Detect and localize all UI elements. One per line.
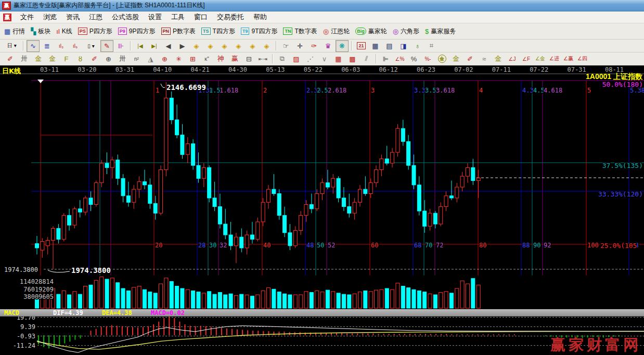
info-panel-icon[interactable]: ≣ <box>41 40 54 52</box>
grid-crosshair-icon[interactable]: ⊞ <box>186 53 199 65</box>
ying-square-icon[interactable]: 赢 <box>228 53 241 65</box>
f-square-icon[interactable]: F <box>60 53 73 65</box>
bars-9-icon[interactable]: ıl₉ <box>69 40 82 52</box>
zoom-out-icon[interactable]: ◈ <box>260 40 273 52</box>
ying-angle-icon[interactable]: ∠赢 <box>562 53 575 65</box>
network-icon[interactable]: ♁ <box>411 40 424 52</box>
jin-angle-icon[interactable]: ∠进 <box>548 53 561 65</box>
kline-button[interactable]: ılK线 <box>56 27 72 36</box>
curve-zoom-icon[interactable]: ∿ <box>27 40 40 52</box>
grid-density-2-icon[interactable]: 卅 <box>116 53 129 65</box>
volume-bar-down <box>288 295 292 308</box>
crosshair-tool-icon[interactable]: ✛ <box>293 40 306 52</box>
measure-table-icon[interactable]: ⊫ <box>379 53 392 65</box>
grid-density-icon[interactable]: 卅 <box>18 53 31 65</box>
first-page-icon[interactable]: |◀ <box>134 40 147 52</box>
shift-grid-icon[interactable]: ▩ <box>346 53 359 65</box>
parallel-lines-icon[interactable]: ⫽ <box>360 53 373 65</box>
menu-item-交易委托[interactable]: 交易委托 <box>212 11 249 23</box>
crown-tool-icon[interactable]: ♛ <box>321 40 334 52</box>
narrow-x-icon[interactable]: ◈ <box>232 40 245 52</box>
percent-zone-icon[interactable]: ∠% <box>393 53 406 65</box>
quotes-button[interactable]: ▦行情 <box>4 27 25 36</box>
menu-item-设置[interactable]: 设置 <box>144 11 166 23</box>
next-bar-icon[interactable]: ▶ <box>176 40 189 52</box>
width-measure-icon[interactable]: ⇤⇥ <box>256 53 269 65</box>
p-square-button[interactable]: PSP四方形 <box>78 27 112 36</box>
percent-icon[interactable]: % <box>407 53 420 65</box>
menu-item-江恩[interactable]: 江恩 <box>84 11 107 23</box>
title-bar[interactable]: 赢 赢家江恩专业版[赢家内部服务平台] - [上证指数 SH1A0001-111… <box>0 0 644 11</box>
volume-bar-up <box>84 286 87 308</box>
calendar-icon[interactable]: 21 <box>355 40 368 52</box>
wave-band-icon[interactable]: ≈ <box>478 53 491 65</box>
price-distribution-icon[interactable]: ⊪ <box>114 40 127 52</box>
t-number-button[interactable]: TNT数字表 <box>283 27 317 36</box>
n-squared-icon[interactable]: n² <box>130 53 143 65</box>
menu-item-窗口[interactable]: 窗口 <box>189 11 212 23</box>
workstation-icon[interactable]: ⌗ <box>425 40 438 52</box>
menu-item-文件[interactable]: 文件 <box>16 11 38 23</box>
pin-tool-icon[interactable]: ✑ <box>307 40 320 52</box>
hatch-region-icon[interactable]: ▨ <box>290 53 303 65</box>
widen-x-icon[interactable]: ◈ <box>218 40 231 52</box>
menu-item-资讯[interactable]: 资讯 <box>61 11 84 23</box>
number-grid-icon[interactable]: ⊟ <box>242 53 255 65</box>
box-region-icon[interactable]: ⧉ <box>276 53 289 65</box>
sectors-button[interactable]: ▚板块 <box>31 27 50 36</box>
menu-item-公式选股[interactable]: 公式选股 <box>107 11 144 23</box>
calculator-icon[interactable]: ▦ <box>369 40 382 52</box>
expand-x-icon[interactable]: ◈ <box>204 40 217 52</box>
gold-circle-icon[interactable]: 金 <box>435 53 448 65</box>
t-square-button[interactable]: TST四方形 <box>201 27 235 36</box>
single-candle-dropdown[interactable]: ▯ ▾ <box>83 40 99 52</box>
winner-service-button[interactable]: $赢家服务 <box>425 27 456 36</box>
brain-tool-icon[interactable]: ❋ <box>336 40 349 52</box>
circle-crosshair-icon[interactable]: ⊕ <box>158 53 171 65</box>
pen-angle-icon[interactable]: ✐ <box>88 53 101 65</box>
percent-line-icon[interactable]: %- <box>421 53 434 65</box>
angle-tool-icon[interactable]: ◮ <box>144 53 157 65</box>
hexagon-button[interactable]: ◎六角形 <box>393 27 419 36</box>
menu-item-帮助[interactable]: 帮助 <box>249 11 272 23</box>
brush-tool-icon[interactable]: ✐ <box>463 53 476 65</box>
gold-grid-2-icon[interactable]: 金 <box>46 53 59 65</box>
9t-square-button[interactable]: T99T四方形 <box>241 27 278 36</box>
9p-square-button-label: 9P四方形 <box>129 27 156 36</box>
fan-lines-icon[interactable]: ⋰ <box>304 53 317 65</box>
chart-area[interactable]: 03-1103-2003-3104-1004-2104-3005-1305-22… <box>0 65 644 355</box>
notepad-icon[interactable]: ▤ <box>383 40 396 52</box>
period-day-dropdown[interactable]: 日 ▾ <box>4 40 20 52</box>
f-angle-icon[interactable]: ∠F <box>520 53 533 65</box>
save-icon[interactable]: ◨ <box>397 40 410 52</box>
shen-square-icon[interactable]: 神 <box>214 53 227 65</box>
bars-3-icon[interactable]: ıl₃ <box>55 40 68 52</box>
gold-angle-icon[interactable]: ∠金 <box>534 53 547 65</box>
k-notation-icon[interactable]: ĸ″ <box>200 53 213 65</box>
hand-tool-icon[interactable]: ☞ <box>279 40 292 52</box>
zoom-in-icon[interactable]: ◈ <box>246 40 259 52</box>
shrink-x-icon[interactable]: ◈ <box>190 40 203 52</box>
grid-box-icon[interactable]: ▦ <box>332 53 345 65</box>
gann-wheel-button[interactable]: ◎江恩轮 <box>323 27 350 36</box>
v-lines-icon[interactable]: ∨ <box>318 53 331 65</box>
p-number-button[interactable]: PNP数字表 <box>161 27 196 36</box>
menu-item-工具[interactable]: 工具 <box>166 11 189 23</box>
pen-tool-icon[interactable]: ✐ <box>4 53 17 65</box>
sketch-icon[interactable]: ✎ <box>100 40 113 52</box>
si-angle-icon[interactable]: ∠四 <box>576 53 589 65</box>
star-wheel-icon[interactable]: ✳ <box>172 53 185 65</box>
gold-grid-1-icon[interactable]: 金 <box>32 53 45 65</box>
9p-square-button[interactable]: P99P四方形 <box>118 27 156 36</box>
winner-wheel-button[interactable]: Big赢家轮 <box>355 27 387 36</box>
gold-line-icon[interactable]: 金 <box>449 53 462 65</box>
j-angle-icon[interactable]: ∠J <box>506 53 519 65</box>
gold-channel-icon[interactable]: 金 <box>492 53 505 65</box>
spiral-tool-icon[interactable]: ȣ <box>74 53 87 65</box>
gann-wheel-icon: ◎ <box>323 28 329 35</box>
last-page-icon[interactable]: ▶| <box>148 40 161 52</box>
gann-circle-icon[interactable]: ⊕ <box>102 53 115 65</box>
prev-bar-icon[interactable]: ◀ <box>162 40 175 52</box>
menu-item-浏览[interactable]: 浏览 <box>38 11 61 23</box>
macd-header-bar[interactable]: MACD DIF=4.39 DEA=4.38 MACD=0.02 <box>0 309 644 317</box>
